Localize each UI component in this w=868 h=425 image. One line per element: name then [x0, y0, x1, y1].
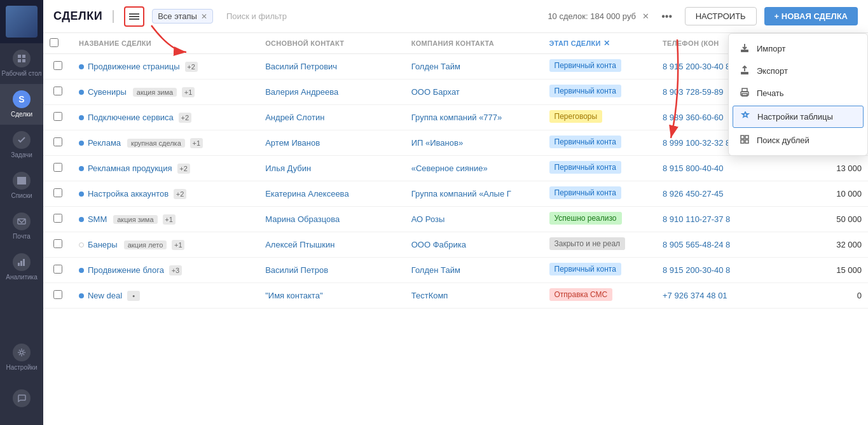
filter-tag-close[interactable]: ✕ [201, 12, 207, 21]
deal-name-link[interactable]: Рекламная продукция+2 [79, 164, 252, 174]
deal-tag: акция зима [113, 215, 157, 224]
phone-link[interactable]: 8 910 110-27-37 8 [663, 214, 730, 224]
row-stage-cell: Первичный конта [543, 54, 657, 80]
contact-link[interactable]: Василий Петров [265, 265, 328, 275]
sidebar-item-chat[interactable] [0, 378, 43, 419]
filter-tag-stages[interactable]: Все этапы ✕ [152, 9, 213, 24]
phone-link[interactable]: 8 915 200-30-40 8 [663, 62, 730, 71]
sidebar-item-settings[interactable]: Настройки [0, 337, 43, 378]
view-toggle-button[interactable] [124, 6, 144, 27]
deal-name-link[interactable]: SMMакция зима+1 [79, 214, 252, 225]
contact-link[interactable]: Екатерина Алексеева [265, 189, 348, 199]
row-checkbox[interactable] [53, 87, 62, 95]
row-name-cell: Продвижение блога+3 [72, 258, 259, 283]
deal-name-link[interactable]: Банерыакция лето+1 [79, 240, 252, 250]
dropdown-table-settings[interactable]: Настройки таблицы [733, 106, 864, 128]
deal-name-link[interactable]: Рекламакрупная сделка+1 [79, 138, 252, 148]
new-deal-button[interactable]: + НОВАЯ СДЕЛКА [764, 7, 858, 25]
row-contact-cell: Марина Образцова [259, 207, 405, 232]
deal-name-text: Настройка аккаунтов [88, 189, 169, 199]
row-checkbox[interactable] [53, 163, 62, 172]
row-checkbox[interactable] [53, 239, 62, 248]
phone-link[interactable]: 8 999 100-32-32 8 [663, 138, 730, 148]
dropdown-export[interactable]: Экспорт [729, 60, 867, 82]
phone-link[interactable]: 8 903 728-59-89 [663, 87, 723, 97]
table-row: Рекламная продукция+2Илья Дубин«Северное… [43, 156, 868, 181]
sidebar-item-analytics[interactable]: Аналитика [0, 247, 43, 288]
contact-link[interactable]: Илья Дубин [265, 164, 311, 173]
phone-link[interactable]: 8 989 360-60-60 [663, 113, 723, 122]
deal-name-link[interactable]: Продвижение страницы+2 [79, 62, 252, 72]
search-filter[interactable]: Поиск и фильтр [221, 8, 293, 24]
row-checkbox-cell [43, 80, 72, 105]
select-all-checkbox[interactable] [50, 38, 59, 47]
row-stage-cell: Первичный конта [543, 258, 657, 283]
phone-link[interactable]: 8 915 200-30-40 8 [663, 265, 730, 275]
stage-badge: Успешно реализо [549, 212, 622, 225]
company-link[interactable]: ООО Фабрика [411, 240, 466, 249]
deal-name-text: Подключение сервиса [88, 113, 174, 122]
phone-link[interactable]: 8 926 450-27-45 [663, 189, 723, 199]
row-company-cell: ТестКомп [405, 283, 543, 309]
contact-link[interactable]: "Имя контакта" [265, 291, 322, 300]
deal-name-link[interactable]: Продвижение блога+3 [79, 265, 252, 275]
contact-link[interactable]: Марина Образцова [265, 214, 340, 224]
sidebar-item-deals[interactable]: S Сделки [0, 84, 43, 125]
row-checkbox[interactable] [53, 137, 62, 146]
deal-count-close[interactable]: ✕ [642, 11, 649, 21]
deal-tag: +2 [177, 164, 190, 174]
company-link[interactable]: ИП «Иванов» [411, 138, 463, 148]
sidebar-item-mail[interactable]: Почта [0, 206, 43, 247]
deals-icon-letter: S [18, 94, 24, 104]
row-name-cell: Продвижение страницы+2 [72, 54, 259, 80]
row-contact-cell: Валерия Андреева [259, 80, 405, 105]
col-header-check [43, 33, 72, 54]
contact-link[interactable]: Андрей Слотин [265, 113, 324, 122]
more-options-button[interactable]: ••• [657, 6, 677, 27]
row-checkbox[interactable] [53, 214, 62, 223]
row-checkbox[interactable] [53, 112, 62, 121]
company-link[interactable]: ООО Бархат [411, 87, 460, 97]
dropdown-import[interactable]: Импорт [729, 38, 867, 60]
row-checkbox[interactable] [53, 188, 62, 197]
contact-link[interactable]: Артем Иванов [265, 138, 320, 148]
contact-link[interactable]: Алексей Птышкин [265, 240, 334, 249]
contact-link[interactable]: Василий Петрович [265, 62, 337, 71]
deal-name-link[interactable]: Подключение сервиса+2 [79, 113, 252, 123]
deal-name-text: Сувениры [88, 87, 127, 97]
sidebar-item-dashboard[interactable]: Рабочий стол [0, 43, 43, 84]
dropdown-print[interactable]: Печать [729, 82, 867, 104]
company-link[interactable]: Группа компаний «777» [411, 113, 502, 122]
company-link[interactable]: Голден Тайм [411, 265, 460, 275]
sidebar-item-lists[interactable]: Списки [0, 165, 43, 206]
phone-link[interactable]: +7 926 374 48 01 [663, 291, 727, 300]
row-checkbox[interactable] [53, 61, 62, 70]
company-link[interactable]: Группа компаний «Алые Г [411, 189, 511, 199]
company-link[interactable]: «Северное сияние» [411, 164, 488, 173]
stage-filter-close[interactable]: ✕ [603, 39, 610, 48]
deal-name-link[interactable]: New deal• [79, 291, 252, 301]
phone-link[interactable]: 8 905 565-48-24 8 [663, 240, 730, 249]
budget-value: 50 000 [786, 207, 868, 232]
row-checkbox[interactable] [53, 265, 62, 274]
customize-button[interactable]: НАСТРОИТЬ [685, 7, 757, 25]
row-company-cell: Группа компаний «777» [405, 105, 543, 130]
contact-link[interactable]: Валерия Андреева [265, 87, 338, 97]
import-label: Импорт [757, 44, 785, 53]
deal-name-link[interactable]: Настройка аккаунтов+2 [79, 189, 252, 199]
dropdown-find-duplicates[interactable]: Поиск дублей [729, 129, 867, 151]
analytics-icon [13, 253, 31, 271]
phone-link[interactable]: 8 915 800-40-40 [663, 164, 723, 173]
deal-name-link[interactable]: Сувенирыакция зима+1 [79, 87, 252, 97]
row-name-cell: Настройка аккаунтов+2 [72, 181, 259, 207]
company-link[interactable]: Голден Тайм [411, 62, 460, 71]
row-name-cell: SMMакция зима+1 [72, 207, 259, 232]
budget-value: 15 000 [786, 258, 868, 283]
company-link[interactable]: ТестКомп [411, 291, 448, 300]
row-checkbox[interactable] [53, 290, 62, 299]
deal-name-text: Банеры [88, 240, 118, 249]
deal-tag: +1 [182, 87, 195, 97]
row-contact-cell: Илья Дубин [259, 156, 405, 181]
company-link[interactable]: АО Розы [411, 214, 445, 224]
sidebar-item-tasks[interactable]: Задачи [0, 125, 43, 165]
